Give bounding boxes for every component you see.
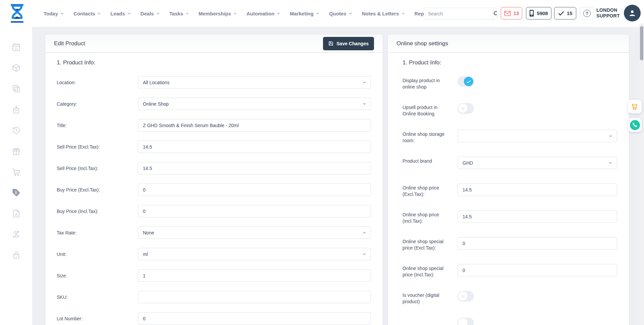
location-select[interactable]: All Locations bbox=[138, 76, 371, 89]
field-row-shop-price-incl: Online shop price (Incl.Tax): bbox=[402, 210, 617, 226]
nav-today[interactable]: Today bbox=[44, 11, 64, 16]
clipped-toggle[interactable] bbox=[458, 318, 474, 325]
nav-marketing[interactable]: Marketing bbox=[290, 11, 319, 16]
sidebar-price-tag-icon[interactable]: $ bbox=[11, 188, 21, 197]
sku-input[interactable] bbox=[138, 291, 371, 303]
user-name: LONDON SUPPORT bbox=[596, 7, 620, 19]
nav-contacts[interactable]: Contacts bbox=[73, 11, 101, 16]
field-row-category: Category: Online Shop bbox=[57, 98, 371, 110]
search-button[interactable] bbox=[493, 8, 497, 19]
size-input[interactable] bbox=[138, 269, 371, 282]
chevron-down-icon bbox=[185, 12, 189, 15]
online-shop-settings-panel: Online shop settings 1. Product Info: Di… bbox=[388, 35, 629, 325]
mobile-phone-icon bbox=[529, 10, 534, 17]
phone-count: 5908 bbox=[537, 10, 548, 16]
phone-badge[interactable]: 5908 bbox=[526, 7, 551, 19]
chevron-down-icon bbox=[156, 12, 160, 15]
sidebar-history-icon[interactable] bbox=[11, 125, 21, 135]
field-row-display-in-shop: Display product in online shop bbox=[402, 76, 617, 92]
user-menu[interactable]: LONDON SUPPORT bbox=[596, 5, 641, 21]
sidebar-cart-icon[interactable] bbox=[11, 167, 21, 176]
panel-title: Online shop settings bbox=[396, 40, 448, 47]
top-bar: Today Contacts Leads Deals Tasks Members… bbox=[0, 0, 644, 27]
field-row-sell-price-excl: Sell Price (Excl.Tax): bbox=[57, 141, 371, 153]
field-row-product-brand: Product brand GHD bbox=[402, 157, 617, 172]
scrollbar-thumb[interactable] bbox=[640, 26, 643, 60]
save-changes-button[interactable]: Save Changes bbox=[323, 37, 374, 50]
search-input[interactable] bbox=[424, 8, 493, 19]
nav-leads[interactable]: Leads bbox=[110, 11, 130, 16]
global-search bbox=[424, 8, 497, 19]
shop-price-excl-input[interactable] bbox=[458, 183, 617, 196]
storage-room-select[interactable] bbox=[458, 130, 617, 142]
buy-price-excl-input[interactable] bbox=[138, 183, 371, 196]
field-row-buy-price-excl: Buy Price (Excl.Tax): bbox=[57, 183, 371, 196]
nav-notes-letters[interactable]: Notes & Letters bbox=[362, 11, 405, 16]
main-nav: Today Contacts Leads Deals Tasks Members… bbox=[44, 0, 460, 27]
special-price-excl-input[interactable] bbox=[458, 237, 617, 250]
question-mark-icon: ? bbox=[583, 10, 591, 17]
phone-icon bbox=[632, 122, 637, 127]
title-input[interactable] bbox=[138, 119, 371, 131]
chevron-down-icon bbox=[97, 12, 101, 15]
shop-price-incl-input[interactable] bbox=[458, 210, 617, 223]
messages-badge[interactable]: 13 bbox=[501, 7, 522, 19]
upsell-toggle[interactable] bbox=[458, 103, 474, 114]
scrollbar-track bbox=[639, 23, 644, 325]
chevron-down-icon bbox=[608, 134, 613, 138]
nav-quotes[interactable]: Quotes bbox=[329, 11, 352, 16]
tax-rate-select[interactable]: None bbox=[138, 226, 371, 239]
check-icon bbox=[558, 11, 564, 16]
sidebar-shopping-bag-icon[interactable] bbox=[11, 105, 21, 114]
chevron-down-icon bbox=[277, 12, 280, 15]
nav-deals[interactable]: Deals bbox=[141, 11, 160, 16]
field-row-storage-room: Online shop storage room: bbox=[402, 130, 617, 145]
search-icon bbox=[493, 10, 497, 17]
unit-select[interactable]: ml bbox=[138, 248, 371, 260]
field-row-special-price-incl: Online shop special price (Incl.Tax): bbox=[402, 264, 617, 279]
sidebar-account-sync-icon[interactable] bbox=[11, 229, 21, 239]
sidebar-report-icon[interactable] bbox=[11, 209, 21, 218]
sidebar-gift-icon[interactable] bbox=[11, 146, 21, 156]
left-sidebar: 12 $ bbox=[0, 27, 32, 325]
help-button[interactable]: ? bbox=[580, 7, 594, 19]
chevron-down-icon bbox=[362, 102, 367, 106]
sell-price-excl-input[interactable] bbox=[138, 141, 371, 153]
field-row-upsell: Upsell product in Online Booking bbox=[402, 103, 617, 118]
chevron-down-icon bbox=[401, 12, 405, 15]
product-brand-select[interactable]: GHD bbox=[458, 157, 617, 169]
category-select[interactable]: Online Shop bbox=[138, 98, 371, 110]
svg-text:$: $ bbox=[15, 191, 17, 194]
chevron-down-icon bbox=[362, 252, 367, 256]
sidebar-package-icon[interactable] bbox=[11, 63, 21, 72]
lot-number-input[interactable] bbox=[138, 312, 371, 325]
avatar bbox=[624, 5, 641, 21]
chevron-down-icon bbox=[316, 12, 319, 15]
floating-cart-button[interactable] bbox=[628, 100, 642, 113]
floating-phone-button[interactable] bbox=[628, 118, 642, 132]
cart-icon bbox=[631, 103, 639, 111]
chevron-down-icon bbox=[233, 12, 237, 15]
app-window: Today Contacts Leads Deals Tasks Members… bbox=[0, 0, 644, 325]
sidebar-lock-icon[interactable] bbox=[11, 250, 21, 260]
nav-automation[interactable]: Automation bbox=[247, 11, 280, 16]
sidebar-duplicate-icon[interactable] bbox=[11, 84, 21, 93]
display-in-shop-toggle[interactable] bbox=[458, 76, 474, 87]
nav-tasks[interactable]: Tasks bbox=[169, 11, 189, 16]
sidebar-calendar-icon[interactable]: 12 bbox=[11, 42, 21, 52]
chevron-down-icon bbox=[349, 12, 352, 15]
special-price-incl-input[interactable] bbox=[458, 264, 617, 276]
buy-price-incl-input[interactable] bbox=[138, 205, 371, 217]
tasks-badge[interactable]: 15 bbox=[554, 7, 576, 19]
nav-memberships[interactable]: Memberships bbox=[199, 11, 237, 16]
app-logo-hourglass-icon[interactable] bbox=[9, 4, 25, 23]
panel-title: Edit Product bbox=[54, 40, 85, 47]
x-icon bbox=[461, 294, 465, 298]
online-shop-header: Online shop settings bbox=[388, 35, 629, 53]
field-row-sku: SKU: bbox=[57, 291, 371, 303]
chevron-down-icon bbox=[362, 80, 367, 85]
sell-price-incl-input[interactable] bbox=[138, 162, 371, 174]
phone-circle bbox=[630, 120, 640, 130]
chevron-down-icon bbox=[127, 12, 131, 15]
is-voucher-toggle[interactable] bbox=[458, 291, 474, 302]
